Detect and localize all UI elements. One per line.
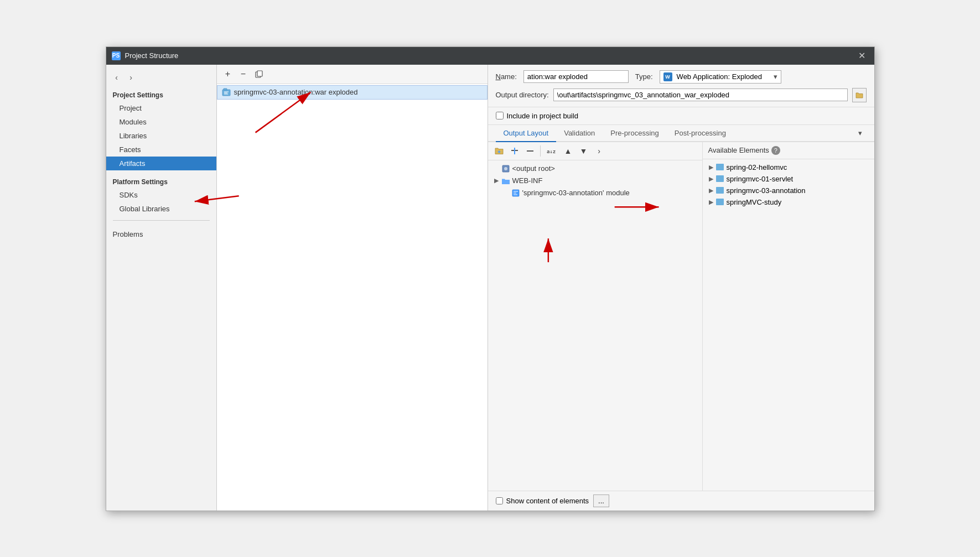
sidebar-item-libraries[interactable]: Libraries <box>106 129 216 143</box>
available-elements-list: ▶ spring-02-hellomvc ▶ springmvc-01-serv… <box>703 159 874 491</box>
project-structure-dialog: PS Project Structure ✕ ‹ › Project Setti… <box>106 46 875 511</box>
sidebar-item-project[interactable]: Project <box>106 101 216 115</box>
avail-label-0: spring-02-hellomvc <box>727 163 787 171</box>
web-inf-label: WEB-INF <box>512 176 543 185</box>
avail-label-2: springmvc-03-annotation <box>727 186 806 195</box>
back-button[interactable]: ‹ <box>111 71 123 84</box>
output-dir-label: Output directory: <box>496 91 549 99</box>
sidebar-item-global-libraries[interactable]: Global Libraries <box>106 202 216 216</box>
avail-expand-1[interactable]: ▶ <box>707 175 715 183</box>
sidebar-item-modules[interactable]: Modules <box>106 115 216 129</box>
svg-rect-5 <box>514 148 515 154</box>
browse-folder-button[interactable] <box>852 88 867 102</box>
output-dir-input[interactable] <box>553 89 848 101</box>
move-up-button[interactable]: ▲ <box>562 144 575 158</box>
svg-rect-6 <box>527 150 533 152</box>
sidebar-item-problems[interactable]: Problems <box>106 227 216 241</box>
add-folder-button[interactable] <box>492 144 506 158</box>
avail-item-springmvc-01-servlet[interactable]: ▶ springmvc-01-servlet <box>703 173 874 185</box>
add-artifact-button[interactable]: + <box>221 67 235 81</box>
artifact-item-springmvc[interactable]: springmvc-03-annotation:war exploded <box>217 85 488 100</box>
output-root-label: <output root> <box>512 164 555 173</box>
output-layout-panel: a↓z ▲ ▼ › <box>488 142 703 491</box>
avail-expand-0[interactable]: ▶ <box>707 163 715 171</box>
project-settings-label: Project Settings <box>106 88 216 101</box>
move-down-button[interactable]: ▼ <box>577 144 590 158</box>
output-toolbar: a↓z ▲ ▼ › <box>488 142 702 160</box>
available-elements-panel: Available Elements ? ▶ spring-02-hellomv… <box>703 142 874 491</box>
name-label: Name: <box>496 72 517 81</box>
dropdown-arrow-icon: ▾ <box>774 72 777 81</box>
close-button[interactable]: ✕ <box>855 49 869 62</box>
tabs-more-button[interactable]: ▾ <box>854 125 867 141</box>
sidebar-divider <box>113 220 210 221</box>
output-root-icon <box>501 164 510 173</box>
type-select-icon: W <box>663 72 672 81</box>
avail-label-1: springmvc-01-servlet <box>727 175 794 183</box>
avail-item-springmvc-03-annotation[interactable]: ▶ springmvc-03-annotation <box>703 185 874 196</box>
dialog-icon: PS <box>112 51 121 60</box>
avail-label-3: springMVC-study <box>727 198 782 206</box>
avail-item-springmvc-study[interactable]: ▶ springMVC-study <box>703 196 874 208</box>
tree-item-web-inf[interactable]: ▶ WEB-INF <box>488 175 702 187</box>
dots-button[interactable]: ... <box>593 494 609 507</box>
add-button[interactable] <box>508 144 521 158</box>
tab-pre-processing[interactable]: Pre-processing <box>603 125 666 142</box>
name-type-row: Name: Type: W Web Application: Exploded … <box>496 70 867 84</box>
tree-item-module[interactable]: 'springmvc-03-annotation' module <box>488 187 702 199</box>
show-content-checkbox[interactable] <box>496 497 503 504</box>
avail-expand-2[interactable]: ▶ <box>707 186 715 194</box>
web-inf-expand[interactable]: ▶ <box>492 177 500 185</box>
content-area: a↓z ▲ ▼ › <box>488 142 874 491</box>
tab-post-processing[interactable]: Post-processing <box>667 125 734 142</box>
avail-folder-icon-3 <box>716 199 724 205</box>
nav-controls: ‹ › <box>106 69 216 88</box>
include-build-checkbox[interactable] <box>496 112 504 119</box>
sidebar-item-facets[interactable]: Facets <box>106 143 216 157</box>
type-label: Type: <box>635 72 653 81</box>
svg-point-9 <box>504 167 507 170</box>
module-icon <box>511 189 520 197</box>
artifact-list: springmvc-03-annotation:war exploded <box>217 84 488 511</box>
sidebar-item-artifacts[interactable]: Artifacts <box>106 157 216 170</box>
tab-output-layout[interactable]: Output Layout <box>496 125 557 142</box>
svg-text:a↓z: a↓z <box>547 149 556 154</box>
type-select[interactable]: W Web Application: Exploded ▾ <box>660 70 781 84</box>
sort-button[interactable]: a↓z <box>544 144 559 158</box>
name-input[interactable] <box>523 70 629 83</box>
svg-rect-1 <box>257 71 262 76</box>
forward-button[interactable]: › <box>125 71 137 84</box>
remove-output-button[interactable] <box>523 144 537 158</box>
right-panel: Name: Type: W Web Application: Exploded … <box>488 65 874 511</box>
center-toolbar: + − <box>217 65 488 84</box>
avail-expand-3[interactable]: ▶ <box>707 198 715 206</box>
available-elements-header: Available Elements ? <box>703 142 874 159</box>
output-tree: <output root> ▶ WEB-INF <box>488 160 702 491</box>
remove-artifact-button[interactable]: − <box>237 67 250 81</box>
bottom-area: Show content of elements ... <box>488 491 874 511</box>
tree-item-output-root[interactable]: <output root> <box>488 163 702 175</box>
avail-folder-icon-1 <box>716 175 724 182</box>
sidebar: ‹ › Project Settings Project Modules Lib… <box>106 65 217 511</box>
main-layout: ‹ › Project Settings Project Modules Lib… <box>106 65 874 511</box>
dialog-title: Project Structure <box>125 51 851 60</box>
tab-validation[interactable]: Validation <box>556 125 603 142</box>
sidebar-item-sdks[interactable]: SDKs <box>106 188 216 202</box>
available-elements-label: Available Elements <box>708 146 769 154</box>
avail-folder-icon-0 <box>716 164 724 170</box>
output-dir-row: Output directory: <box>496 88 867 102</box>
copy-artifact-button[interactable] <box>252 67 266 81</box>
expand-button[interactable]: › <box>593 144 606 158</box>
center-panel: + − springmvc-03-annotation:war <box>217 65 488 511</box>
module-label: 'springmvc-03-annotation' module <box>522 189 630 197</box>
right-header: Name: Type: W Web Application: Exploded … <box>488 65 874 107</box>
include-build-row: Include in project build <box>488 107 874 125</box>
show-content-check: Show content of elements <box>496 497 589 505</box>
module-expand <box>502 189 510 197</box>
platform-settings-label: Platform Settings <box>106 170 216 188</box>
output-root-expand <box>492 165 500 173</box>
show-content-label: Show content of elements <box>506 497 589 505</box>
available-elements-help[interactable]: ? <box>771 146 780 155</box>
title-bar: PS Project Structure ✕ <box>106 47 874 65</box>
avail-item-spring-02-hellomvc[interactable]: ▶ spring-02-hellomvc <box>703 162 874 173</box>
